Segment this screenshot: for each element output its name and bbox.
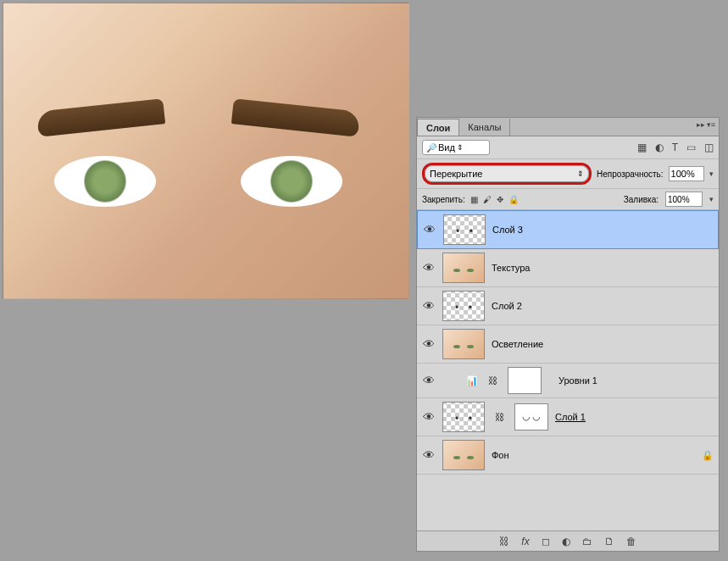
layer-filter-select[interactable]: 🔎 Вид ⇕ — [422, 140, 490, 155]
layer-name[interactable]: Слой 2 — [492, 301, 522, 311]
chevron-updown-icon: ⇕ — [577, 170, 584, 178]
delete-layer-icon[interactable]: 🗑 — [626, 536, 636, 547]
link-icon[interactable]: ⛓ — [488, 375, 497, 386]
visibility-eye-icon[interactable]: 👁 — [422, 448, 436, 462]
opacity-label: Непрозрачность: — [597, 169, 664, 179]
visibility-eye-icon[interactable]: 👁 — [422, 374, 436, 387]
canvas-empty-area — [3, 299, 409, 558]
link-icon[interactable]: ⛓ — [495, 412, 504, 422]
layer-name[interactable]: Фон — [492, 450, 509, 460]
fill-field[interactable]: 100% — [665, 192, 703, 207]
eye-right — [241, 156, 342, 207]
filter-type-icon[interactable]: T — [672, 142, 678, 153]
layer-thumbnail[interactable] — [442, 440, 485, 470]
layer-thumbnail[interactable] — [443, 214, 486, 245]
mask-thumbnail[interactable] — [508, 367, 542, 394]
layer-row[interactable]: 👁 Слой 2 — [417, 287, 719, 325]
opacity-value: 100% — [671, 169, 695, 179]
visibility-eye-icon[interactable]: 👁 — [422, 261, 436, 275]
layer-name[interactable]: Слой 3 — [492, 225, 523, 235]
layer-effects-icon[interactable]: fx — [521, 536, 529, 547]
lock-position-icon[interactable]: ✥ — [497, 195, 503, 204]
layer-name[interactable]: Текстура — [492, 263, 530, 273]
filter-row: 🔎 Вид ⇕ ▦ ◐ T ▭ ◫ — [417, 136, 719, 159]
layer-thumbnail[interactable] — [442, 402, 485, 432]
blend-row: Перекрытие ⇕ Непрозрачность: 100% ▾ — [417, 159, 719, 189]
layer-name[interactable]: Слой 1 — [555, 412, 586, 422]
layer-row[interactable]: 👁 Фон 🔒 — [417, 436, 719, 475]
layer-row[interactable]: 👁 ⛓ ◡◡ Слой 1 — [417, 398, 719, 436]
workspace-bg — [411, 3, 719, 117]
chevron-updown-icon: ⇕ — [457, 143, 464, 152]
opacity-caret-icon[interactable]: ▾ — [709, 169, 714, 178]
panel-menu-icon[interactable]: ▾≡ — [707, 120, 715, 129]
lock-pixels-icon[interactable]: 🖌 — [483, 195, 492, 204]
blend-value: Перекрытие — [430, 169, 482, 179]
visibility-eye-icon[interactable]: 👁 — [422, 337, 436, 351]
filter-pixel-icon[interactable]: ▦ — [637, 142, 647, 153]
layer-name[interactable]: Осветление — [492, 339, 543, 349]
layer-thumbnail[interactable] — [442, 329, 485, 359]
layer-row[interactable]: 👁 Осветление — [417, 325, 719, 364]
lock-row: Закрепить: ▦ 🖌 ✥ 🔒 Заливка: 100% ▾ — [417, 189, 719, 210]
panel-collapse-icon[interactable]: ▸▸ — [697, 120, 705, 129]
layer-name[interactable]: Уровни 1 — [559, 375, 597, 386]
lock-all-icon[interactable]: 🔒 — [508, 195, 519, 204]
filter-smart-icon[interactable]: ◫ — [704, 142, 714, 153]
brow-left — [36, 98, 165, 137]
layer-row-adjustment[interactable]: 👁 📊 ⛓ Уровни 1 — [417, 364, 719, 398]
fill-label: Заливка: — [624, 195, 659, 204]
layer-row[interactable]: 👁 Текстура — [417, 249, 719, 287]
layer-row[interactable]: 👁 Слой 3 — [417, 210, 719, 249]
brow-right — [231, 98, 360, 137]
tab-layers[interactable]: Слои — [417, 119, 459, 136]
new-group-icon[interactable]: 🗀 — [582, 536, 592, 547]
fill-value: 100% — [668, 195, 690, 204]
link-layers-icon[interactable]: ⛓ — [499, 536, 509, 547]
new-layer-icon[interactable]: 🗋 — [604, 536, 614, 547]
blend-mode-select[interactable]: Перекрытие ⇕ — [422, 163, 592, 185]
visibility-eye-icon[interactable]: 👁 — [423, 223, 436, 236]
add-mask-icon[interactable]: ◻ — [542, 536, 550, 547]
lock-transparent-icon[interactable]: ▦ — [470, 195, 478, 204]
opacity-field[interactable]: 100% — [669, 166, 704, 181]
layers-panel: Слои Каналы ▸▸ ▾≡ 🔎 Вид ⇕ ▦ ◐ T ▭ ◫ Пере… — [416, 117, 720, 552]
levels-adjust-icon: 📊 — [466, 375, 478, 386]
filter-adjust-icon[interactable]: ◐ — [655, 142, 664, 153]
adjustment-layer-icon[interactable]: ◐ — [562, 536, 570, 547]
panel-tabs: Слои Каналы ▸▸ ▾≡ — [417, 118, 719, 136]
filter-shape-icon[interactable]: ▭ — [686, 142, 696, 153]
fill-caret-icon[interactable]: ▾ — [709, 195, 714, 203]
search-icon: 🔎 — [426, 143, 436, 153]
canvas[interactable] — [3, 3, 409, 299]
visibility-eye-icon[interactable]: 👁 — [422, 410, 436, 424]
eye-left — [54, 156, 156, 207]
visibility-eye-icon[interactable]: 👁 — [422, 299, 436, 313]
lock-label: Закрепить: — [422, 195, 465, 204]
layer-thumbnail[interactable] — [442, 291, 485, 321]
filter-label: Вид — [438, 142, 455, 153]
tab-channels[interactable]: Каналы — [459, 119, 510, 136]
lock-icon: 🔒 — [702, 450, 714, 461]
mask-thumbnail[interactable]: ◡◡ — [514, 403, 548, 430]
layer-thumbnail[interactable] — [442, 253, 485, 283]
panel-footer: ⛓ fx ◻ ◐ 🗀 🗋 🗑 — [417, 530, 719, 551]
layers-list: 👁 Слой 3 👁 Текстура 👁 Слой 2 👁 Осветлени… — [417, 210, 719, 530]
